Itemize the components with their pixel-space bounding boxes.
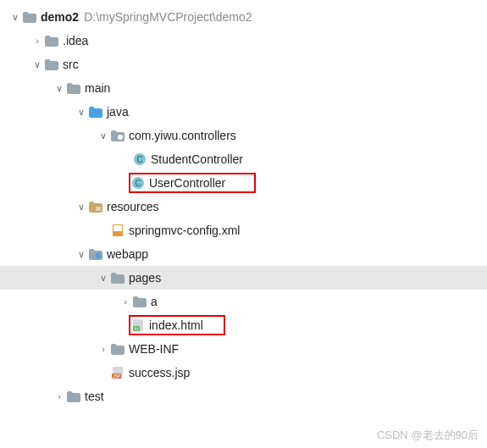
folder-label: pages bbox=[129, 271, 161, 285]
svg-text:C: C bbox=[136, 155, 142, 164]
folder-label: resources bbox=[107, 200, 158, 213]
folder-icon bbox=[110, 344, 125, 355]
chevron-down-icon[interactable]: ∨ bbox=[75, 249, 88, 260]
svg-rect-7 bbox=[113, 225, 122, 231]
class-icon: C bbox=[130, 176, 146, 190]
folder-label: a bbox=[151, 295, 158, 308]
folder-label: webapp bbox=[107, 247, 148, 261]
tree-row-user-controller[interactable]: C UserController bbox=[0, 171, 487, 195]
folder-label: src bbox=[63, 58, 79, 71]
folder-icon bbox=[44, 36, 59, 47]
folder-label: java bbox=[107, 105, 129, 119]
svg-text:JSP: JSP bbox=[113, 373, 121, 379]
tree-row-a[interactable]: › a bbox=[0, 290, 487, 313]
highlight-box: C UserController bbox=[129, 173, 256, 193]
tree-row-webinf[interactable]: › WEB-INF bbox=[0, 337, 487, 361]
folder-icon bbox=[44, 59, 59, 70]
chevron-right-icon[interactable]: › bbox=[119, 296, 132, 307]
folder-icon bbox=[66, 391, 81, 402]
web-folder-icon bbox=[88, 249, 103, 260]
project-name: demo2 bbox=[41, 10, 79, 24]
tree-row-success-jsp[interactable]: JSP success.jsp bbox=[0, 361, 487, 384]
source-folder-icon bbox=[88, 107, 103, 118]
tree-row-src[interactable]: ∨ src bbox=[0, 53, 487, 76]
tree-row-index-html[interactable]: H index.html bbox=[0, 313, 487, 337]
chevron-down-icon[interactable]: ∨ bbox=[53, 83, 66, 94]
folder-label: test bbox=[85, 390, 104, 403]
package-icon bbox=[110, 130, 125, 141]
tree-row-idea[interactable]: › .idea bbox=[0, 29, 487, 53]
watermark: CSDN @老去的90后 bbox=[377, 428, 479, 443]
jsp-file-icon: JSP bbox=[110, 366, 125, 379]
tree-row-student-controller[interactable]: C StudentController bbox=[0, 147, 487, 171]
folder-icon bbox=[110, 273, 125, 284]
tree-row-java[interactable]: ∨ java bbox=[0, 100, 487, 124]
svg-point-8 bbox=[96, 252, 102, 258]
chevron-down-icon[interactable]: ∨ bbox=[75, 107, 88, 118]
class-label: UserController bbox=[149, 176, 225, 190]
chevron-right-icon[interactable]: › bbox=[30, 36, 44, 46]
file-label: index.html bbox=[149, 318, 203, 332]
xml-file-icon bbox=[110, 224, 125, 237]
package-label: com.yiwu.controllers bbox=[129, 129, 236, 142]
class-label: StudentController bbox=[151, 152, 243, 166]
svg-point-0 bbox=[118, 135, 123, 140]
tree-row-pages[interactable]: ∨ pages bbox=[0, 266, 487, 290]
tree-row-package[interactable]: ∨ com.yiwu.controllers bbox=[0, 124, 487, 147]
folder-icon bbox=[66, 83, 81, 94]
chevron-down-icon[interactable]: ∨ bbox=[97, 130, 110, 141]
folder-label: .idea bbox=[63, 34, 88, 47]
tree-row-resources[interactable]: ∨ resources bbox=[0, 195, 487, 218]
html-file-icon: H bbox=[130, 318, 146, 332]
svg-rect-5 bbox=[96, 207, 101, 211]
highlight-box: H index.html bbox=[129, 315, 225, 335]
tree-row-test[interactable]: › test bbox=[0, 384, 487, 408]
chevron-down-icon[interactable]: ∨ bbox=[8, 12, 22, 23]
chevron-right-icon[interactable]: › bbox=[53, 391, 66, 401]
tree-row-root[interactable]: ∨ demo2 D:\mySpringMVCProject\demo2 bbox=[0, 5, 487, 29]
folder-icon bbox=[132, 296, 147, 307]
svg-text:C: C bbox=[135, 179, 141, 188]
file-label: success.jsp bbox=[129, 366, 190, 379]
chevron-down-icon[interactable]: ∨ bbox=[75, 202, 88, 213]
chevron-down-icon[interactable]: ∨ bbox=[97, 273, 110, 284]
folder-label: main bbox=[85, 81, 110, 95]
chevron-right-icon[interactable]: › bbox=[97, 344, 110, 354]
file-label: springmvc-config.xml bbox=[129, 224, 240, 237]
resources-folder-icon bbox=[88, 202, 103, 213]
tree-row-webapp[interactable]: ∨ webapp bbox=[0, 242, 487, 266]
tree-row-main[interactable]: ∨ main bbox=[0, 76, 487, 100]
tree-row-spring-config[interactable]: springmvc-config.xml bbox=[0, 218, 487, 242]
project-path: D:\mySpringMVCProject\demo2 bbox=[84, 10, 252, 24]
svg-text:H: H bbox=[135, 326, 138, 331]
class-icon: C bbox=[132, 152, 147, 166]
folder-label: WEB-INF bbox=[129, 342, 179, 356]
folder-icon bbox=[22, 12, 37, 23]
chevron-down-icon[interactable]: ∨ bbox=[30, 59, 44, 70]
